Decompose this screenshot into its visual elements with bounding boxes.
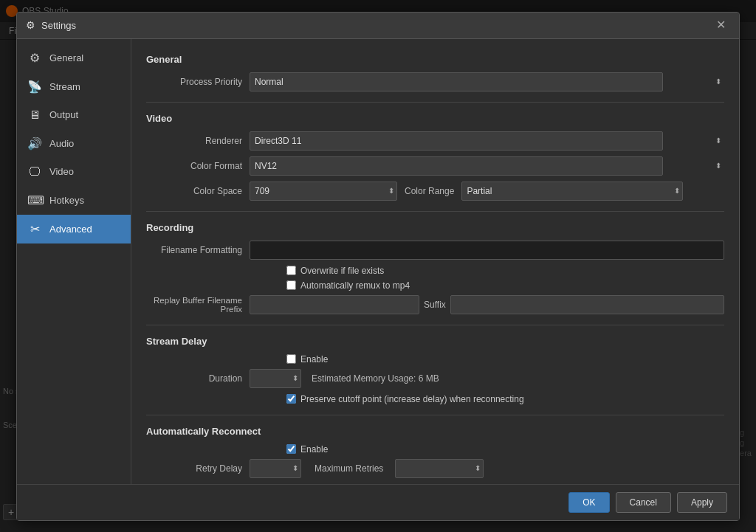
duration-input[interactable]: 20 s	[250, 369, 301, 388]
max-retries-label: Maximum Retries	[315, 463, 383, 474]
apply-button[interactable]: Apply	[677, 492, 727, 513]
color-space-label: Color Space	[146, 186, 250, 196]
overwrite-checkbox[interactable]	[286, 266, 296, 275]
settings-sidebar: ⚙ General 📡 Stream 🖥 Output 🔊 Audio 🖵	[17, 39, 131, 484]
hotkeys-icon: ⌨	[27, 193, 42, 207]
filename-label: Filename Formatting	[146, 245, 250, 255]
max-retries-spinbox: 20	[395, 459, 484, 478]
filename-row: Filename Formatting %CCYY-%MM-%DD %hh-%m…	[146, 241, 724, 260]
replay-fields: Replay Suffix	[250, 295, 724, 314]
renderer-label: Renderer	[146, 136, 250, 146]
preserve-label: Preserve cutoff point (increase delay) w…	[300, 394, 524, 404]
remux-row: Automatically remux to mp4	[146, 280, 724, 291]
color-range-select-wrap: Partial	[461, 182, 683, 201]
output-icon: 🖥	[27, 108, 42, 122]
renderer-row: Renderer Direct3D 11	[146, 131, 724, 151]
filename-input[interactable]: %CCYY-%MM-%DD %hh-%mm-%ss	[250, 241, 724, 260]
renderer-select[interactable]: Direct3D 11	[250, 131, 663, 151]
preserve-checkbox[interactable]	[286, 394, 296, 404]
duration-row: Duration 20 s Estimated Memory Usage: 6 …	[146, 369, 724, 388]
overwrite-row: Overwrite if file exists	[146, 266, 724, 276]
sidebar-item-stream[interactable]: 📡 Stream	[17, 72, 131, 101]
color-space-control: 709 Color Range Partial	[250, 182, 724, 201]
retry-delay-spinbox: 10 s	[250, 459, 301, 478]
advanced-icon: ✂	[27, 222, 42, 236]
renderer-control: Direct3D 11	[250, 131, 724, 151]
auto-reconnect-enable-checkbox[interactable]	[286, 444, 296, 454]
filename-control: %CCYY-%MM-%DD %hh-%mm-%ss	[250, 241, 724, 260]
section-video-title: Video	[146, 113, 724, 124]
color-format-label: Color Format	[146, 161, 250, 171]
remux-checkbox[interactable]	[286, 280, 296, 290]
sidebar-label-advanced: Advanced	[49, 224, 92, 235]
section-stream-delay-title: Stream Delay	[146, 336, 724, 347]
sidebar-label-stream: Stream	[49, 81, 80, 92]
replay-suffix-input[interactable]	[450, 295, 724, 314]
sidebar-label-video: Video	[49, 166, 74, 177]
dialog-titlebar: ⚙ Settings ✕	[17, 13, 739, 39]
video-icon: 🖵	[27, 165, 42, 179]
replay-prefix-control: Replay Suffix	[250, 295, 724, 314]
modal-overlay: ⚙ Settings ✕ ⚙ General 📡 Stream 🖥 Output	[0, 0, 756, 532]
stream-icon: 📡	[27, 80, 42, 94]
section-recording-title: Recording	[146, 222, 724, 233]
sidebar-label-hotkeys: Hotkeys	[49, 195, 84, 206]
retry-delay-row: Retry Delay 10 s Maximum Retries 20	[146, 459, 724, 478]
settings-gear-icon: ⚙	[26, 19, 35, 31]
sidebar-item-audio[interactable]: 🔊 Audio	[17, 129, 131, 158]
replay-prefix-label: Replay Buffer Filename Prefix	[146, 296, 250, 314]
retry-delay-control: 10 s Maximum Retries 20	[250, 459, 724, 478]
color-format-row: Color Format NV12	[146, 156, 724, 176]
dialog-title-area: ⚙ Settings	[26, 19, 76, 31]
section-general-title: General	[146, 54, 724, 65]
retry-delay-input[interactable]: 10 s	[250, 459, 301, 478]
color-range-label: Color Range	[405, 186, 454, 196]
audio-icon: 🔊	[27, 137, 42, 151]
color-space-select-wrap: 709	[250, 182, 397, 201]
retry-delay-label: Retry Delay	[146, 463, 250, 474]
color-format-select-wrap: NV12	[250, 156, 724, 176]
stream-delay-enable-label: Enable	[300, 354, 328, 365]
remux-label: Automatically remux to mp4	[300, 280, 410, 291]
process-priority-row: Process Priority Normal	[146, 72, 724, 91]
overwrite-label: Overwrite if file exists	[300, 266, 384, 276]
sidebar-label-general: General	[49, 52, 83, 63]
sidebar-item-hotkeys[interactable]: ⌨ Hotkeys	[17, 186, 131, 215]
process-priority-label: Process Priority	[146, 77, 250, 87]
preserve-row: Preserve cutoff point (increase delay) w…	[146, 394, 724, 404]
color-range-select[interactable]: Partial	[461, 182, 683, 201]
replay-prefix-row: Replay Buffer Filename Prefix Replay Suf…	[146, 295, 724, 314]
color-space-select[interactable]: 709	[250, 182, 397, 201]
sidebar-label-audio: Audio	[49, 138, 74, 149]
dialog-close-button[interactable]: ✕	[712, 18, 730, 32]
dialog-body: ⚙ General 📡 Stream 🖥 Output 🔊 Audio 🖵	[17, 39, 739, 484]
sidebar-item-video[interactable]: 🖵 Video	[17, 158, 131, 186]
process-priority-select-wrap: Normal	[250, 72, 724, 91]
process-priority-select[interactable]: Normal	[250, 72, 663, 91]
stream-delay-enable-row: Enable	[146, 354, 724, 365]
replay-prefix-input[interactable]: Replay	[250, 295, 419, 314]
general-icon: ⚙	[27, 51, 42, 65]
duration-spinbox: 20 s	[250, 369, 301, 388]
estimated-memory-label: Estimated Memory Usage: 6 MB	[312, 373, 439, 384]
stream-delay-enable-checkbox[interactable]	[286, 354, 296, 364]
sidebar-item-advanced[interactable]: ✂ Advanced	[17, 215, 131, 243]
dialog-footer: OK Cancel Apply	[17, 484, 739, 520]
cancel-button[interactable]: Cancel	[616, 492, 671, 513]
color-format-select[interactable]: NV12	[250, 156, 663, 176]
sidebar-item-general[interactable]: ⚙ General	[17, 44, 131, 72]
color-format-control: NV12	[250, 156, 724, 176]
ok-button[interactable]: OK	[568, 492, 609, 513]
settings-main-content: General Process Priority Normal Video	[131, 39, 739, 484]
sidebar-label-output: Output	[49, 109, 78, 120]
sidebar-item-output[interactable]: 🖥 Output	[17, 101, 131, 129]
auto-reconnect-enable-row: Enable	[146, 444, 724, 455]
section-auto-reconnect-title: Automatically Reconnect	[146, 426, 724, 437]
duration-control: 20 s Estimated Memory Usage: 6 MB	[250, 369, 724, 388]
process-priority-control: Normal	[250, 72, 724, 91]
auto-reconnect-enable-label: Enable	[300, 444, 328, 455]
replay-suffix-label: Suffix	[424, 300, 446, 310]
color-space-row: Color Space 709 Color Range Partial	[146, 182, 724, 201]
max-retries-input[interactable]: 20	[395, 459, 484, 478]
renderer-select-wrap: Direct3D 11	[250, 131, 724, 151]
